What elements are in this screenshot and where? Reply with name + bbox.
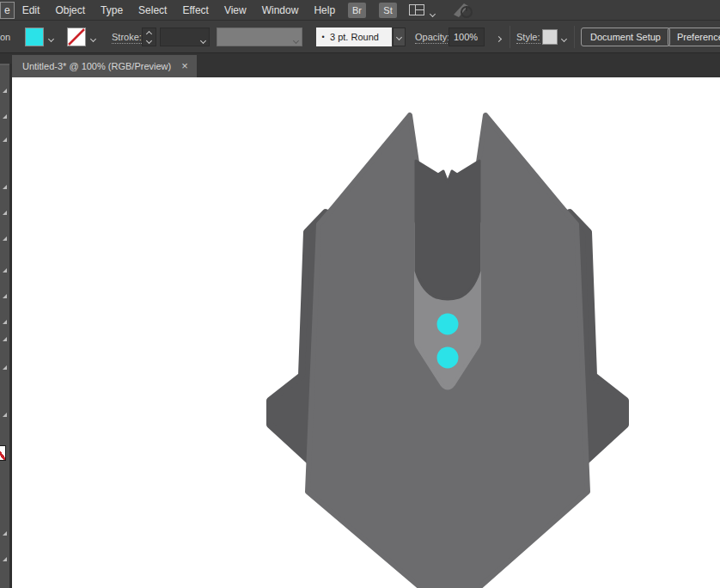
arrange-documents-icon[interactable] (409, 4, 424, 18)
close-icon[interactable]: × (181, 61, 188, 71)
width-profile-dropdown[interactable] (217, 28, 302, 46)
document-tab-title: Untitled-3* @ 100% (RGB/Preview) (22, 61, 171, 71)
style-swatch[interactable] (542, 29, 558, 45)
toolbar-sliver[interactable] (0, 64, 12, 588)
mouse-artwork (12, 77, 720, 588)
document-setup-button[interactable]: Document Setup (581, 28, 670, 46)
document-tab[interactable]: Untitled-3* @ 100% (RGB/Preview) × (12, 55, 197, 77)
menu-effect[interactable]: Effect (174, 1, 216, 20)
mouse-led-button-bottom[interactable] (437, 347, 459, 369)
tool-flyout-triangle (3, 236, 7, 241)
menu-object[interactable]: Object (47, 1, 93, 20)
toolbar-top-edge (0, 64, 9, 65)
menu-type[interactable]: Type (93, 1, 131, 20)
tool-flyout-triangle (3, 138, 7, 142)
preferences-button[interactable]: Preferences (668, 28, 720, 46)
chevron-down-icon[interactable] (430, 7, 435, 19)
tool-flyout-triangle (3, 531, 7, 536)
menu-help[interactable]: Help (306, 1, 343, 20)
menu-view[interactable]: View (217, 1, 254, 20)
brush-definition-value: 3 pt. Round (330, 32, 379, 42)
fill-chevron-icon[interactable] (49, 33, 53, 43)
brush-definition-combo[interactable]: • 3 pt. Round (316, 28, 392, 46)
menu-edit[interactable]: Edit (15, 1, 48, 20)
tool-flyout-triangle (3, 268, 7, 273)
separator (509, 26, 510, 48)
menu-select[interactable]: Select (131, 1, 174, 20)
stroke-none-diagonal (0, 446, 5, 460)
separator (574, 26, 575, 48)
bridge-button[interactable]: Br (348, 3, 366, 18)
tool-flyout-triangle (3, 557, 7, 561)
opacity-expand-icon[interactable] (497, 33, 501, 43)
menu-window[interactable]: Window (254, 1, 307, 20)
style-chevron-icon[interactable] (562, 33, 566, 43)
stroke-weight-stepper[interactable] (142, 28, 156, 46)
tab-bar: Untitled-3* @ 100% (RGB/Preview) × (0, 53, 720, 77)
width-profile-chevron-icon (294, 34, 298, 45)
stepper-down-icon[interactable] (146, 37, 152, 43)
fill-color-swatch[interactable] (25, 28, 44, 46)
stroke-weight-combo[interactable] (160, 28, 210, 46)
stroke-color-swatch[interactable] (67, 28, 86, 46)
tool-flyout-triangle (3, 114, 7, 119)
illustrator-window: e Edit Object Type Select Effect View Wi… (0, 0, 720, 588)
stroke-chevron-icon[interactable] (91, 33, 95, 43)
tool-flyout-triangle (3, 185, 7, 189)
tool-flyout-triangle (3, 89, 7, 93)
tool-flyout-triangle (3, 365, 7, 370)
tool-flyout-triangle (3, 211, 7, 215)
brush-definition-chevron[interactable] (393, 28, 406, 46)
power-icon (452, 2, 474, 19)
brush-preview-icon: • (316, 33, 330, 41)
selection-label-partial: on (0, 32, 12, 42)
control-bar: on Stroke: • 3 pt. Round Opaci (0, 21, 720, 53)
stock-button[interactable]: St (379, 3, 397, 18)
style-label[interactable]: Style: (516, 32, 540, 44)
menu-file-partial[interactable]: e (0, 2, 15, 19)
tool-flyout-triangle (3, 337, 7, 341)
artboard-canvas[interactable] (12, 77, 720, 588)
mouse-led-button-top[interactable] (437, 314, 459, 335)
menu-bar: e Edit Object Type Select Effect View Wi… (0, 0, 720, 21)
tool-flyout-triangle (3, 320, 7, 324)
toolbar-stroke-indicator-partial[interactable] (0, 445, 6, 461)
opacity-field[interactable]: 100% (448, 28, 485, 46)
tool-flyout-triangle (3, 294, 7, 298)
opacity-label[interactable]: Opacity: (415, 32, 449, 44)
tool-flyout-triangle (3, 413, 7, 417)
stroke-weight-chevron-icon[interactable] (201, 34, 205, 45)
stroke-weight-label[interactable]: Stroke: (112, 32, 142, 44)
stepper-up-icon[interactable] (146, 30, 152, 36)
